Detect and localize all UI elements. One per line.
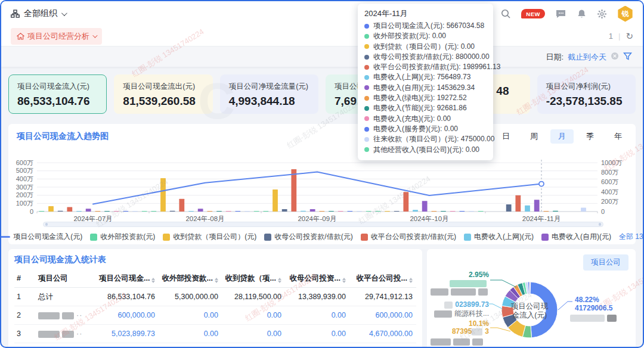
- legend-item-6[interactable]: 电费收入(自用)(元): [541, 232, 611, 242]
- svg-text:400万: 400万: [16, 175, 33, 182]
- table-cell-value[interactable]: 600,000.00: [348, 311, 415, 319]
- sort-icon[interactable]: [215, 278, 218, 283]
- table-cell-value: 86,533,104.76: [97, 293, 157, 301]
- donut-redacted-row-1: [431, 287, 490, 296]
- sort-down-icon: [151, 281, 155, 283]
- tab-label: 项目公司经营分析: [27, 31, 89, 42]
- table-cell-value[interactable]: 600,000.00: [97, 311, 157, 319]
- sort-up-icon: [278, 278, 281, 280]
- tooltip-text: 电费收入(节能)(元): 92681.86: [373, 103, 467, 113]
- search-icon[interactable]: [501, 9, 511, 19]
- sort-icon[interactable]: [278, 278, 281, 283]
- clear-date-icon[interactable]: [611, 52, 619, 62]
- org-selector[interactable]: 全部组织: [11, 8, 66, 19]
- legend-item-4[interactable]: 收平台公司投资款/借款(元): [361, 232, 456, 242]
- new-badge[interactable]: NEW: [521, 9, 545, 18]
- legend-item-1[interactable]: 收外部投资款(元): [90, 232, 155, 242]
- svg-text:200万: 200万: [601, 198, 618, 205]
- table-header-3[interactable]: 收外部投资款...: [157, 274, 221, 284]
- kpi-label: 项目公司净利润(元): [546, 82, 627, 92]
- period-tab-月[interactable]: 月: [550, 129, 574, 144]
- tooltip-row: 电费收入(上网)(元): 756489.73: [364, 72, 487, 82]
- kpi-cards-row: 项目公司现金流入(元)86,533,104.76项目公司现金流出(元)81,53…: [8, 74, 636, 114]
- table-cell-value[interactable]: 0.00: [157, 330, 221, 338]
- period-tab-季[interactable]: 季: [578, 129, 602, 144]
- tabbar: 项目公司经营分析 1 | ↻: [1, 26, 643, 46]
- org-label: 全部组织: [24, 8, 57, 19]
- donut-label-yellow-value: 873953: [432, 327, 489, 335]
- kpi-value: 81,539,260.58: [123, 95, 203, 108]
- tooltip-rows: 项目公司现金流入(元): 5667034.58收外部投资款(元): 0.00收到…: [364, 21, 487, 155]
- legend-label: 收平台公司投资款/借款(元): [371, 232, 456, 242]
- company-name-cell[interactable]: ··: [36, 311, 97, 319]
- table-row: 1总计86,533,104.765,300,000.0028,119,500.0…: [14, 288, 416, 306]
- donut-label-blue-pct: 48.22%: [575, 296, 599, 304]
- table-cell-value[interactable]: 0.00: [284, 330, 348, 338]
- sort-up-icon: [409, 278, 413, 280]
- series-dot: [364, 55, 369, 60]
- datazoom-slider[interactable]: [43, 222, 603, 227]
- company-name-cell[interactable]: ··: [36, 330, 97, 338]
- sort-down-icon: [342, 281, 346, 283]
- sort-icon[interactable]: [151, 278, 155, 283]
- svg-text:0: 0: [30, 208, 33, 215]
- period-tab-周[interactable]: 周: [522, 129, 546, 144]
- table-header-6[interactable]: 收平台公司投...: [348, 274, 415, 284]
- table-cell-value[interactable]: 0.00: [221, 330, 284, 338]
- table-header-2[interactable]: 项目公司现金...: [97, 274, 157, 284]
- tooltip-row: 收外部投资款(元): 0.00: [364, 31, 487, 41]
- redacted-name: [62, 331, 74, 338]
- table-cell-value[interactable]: 0.00: [157, 311, 221, 319]
- table-cell-value[interactable]: 0.00: [221, 311, 284, 319]
- tooltip-row: 项目公司现金流入(元): 5667034.58: [364, 21, 487, 31]
- refresh-icon[interactable]: ↻: [626, 31, 633, 42]
- svg-text:100万: 100万: [16, 200, 33, 207]
- table-cell-value[interactable]: 5,023,899.73: [97, 330, 157, 338]
- tab-project-analysis[interactable]: 项目公司经营分析: [11, 28, 102, 45]
- table-title: 项目公司现金流入统计表: [14, 254, 106, 264]
- period-tabs: 日周月季年: [494, 129, 630, 144]
- avatar[interactable]: 锐: [617, 6, 633, 22]
- table-cell-value: 29,741,912.13: [348, 293, 415, 301]
- legend-label: 项目公司现金流入(元): [13, 232, 82, 242]
- legend-item-3[interactable]: 收母公司投资款/借款(元): [264, 232, 352, 242]
- messages-icon[interactable]: [555, 9, 566, 19]
- table-header-4[interactable]: 收到贷款（项...: [221, 274, 284, 284]
- table-cell-value[interactable]: 0.00: [284, 311, 348, 319]
- svg-text:300万: 300万: [16, 184, 33, 191]
- sort-up-icon: [342, 278, 346, 280]
- filter-funnel-icon[interactable]: [623, 52, 632, 63]
- legend-label: 收到贷款（项目公司）(元): [173, 232, 256, 242]
- sort-icon[interactable]: [409, 278, 413, 283]
- sort-down-icon: [409, 281, 413, 283]
- kpi-card-6[interactable]: 项目公司净利润(元)-23,578,135.85: [537, 74, 636, 114]
- legend-item-line[interactable]: 项目公司现金流入(元): [1, 232, 82, 242]
- org-tree-icon: [11, 10, 20, 18]
- donut-label-lightblue-name: 能源科技...: [432, 309, 489, 319]
- topbar: 全部组织 档案中心 NEW 锐: [1, 1, 643, 26]
- period-tab-年[interactable]: 年: [606, 129, 630, 144]
- series-dot: [364, 85, 369, 90]
- legend-item-2[interactable]: 收到贷款（项目公司）(元): [163, 232, 256, 242]
- table-cell-value[interactable]: 4,670,000.00: [348, 330, 415, 338]
- legend-item-5[interactable]: 电费收入(上网)(元): [464, 232, 534, 242]
- legend-show-all-link[interactable]: 全部 13: [619, 232, 643, 242]
- period-tab-日[interactable]: 日: [494, 129, 518, 144]
- gear-icon[interactable]: [597, 9, 607, 19]
- legend-swatch: [90, 234, 97, 241]
- date-filter-row: 日期: 截止到今天: [1, 47, 643, 67]
- legend-label: 电费收入(上网)(元): [474, 232, 534, 242]
- bell-icon[interactable]: [577, 9, 587, 19]
- kpi-card-3[interactable]: 项目公司净现金流量(元)4,993,844.18: [220, 74, 318, 114]
- legend-label: 收外部投资款(元): [100, 232, 155, 242]
- date-value[interactable]: 截止到今天: [568, 52, 606, 63]
- table-header-5[interactable]: 收母公司投资...: [284, 274, 348, 284]
- donut-label-yellow-pct: 10.1%: [432, 319, 489, 328]
- tooltip-text: 收外部投资款(元): 0.00: [373, 31, 446, 41]
- sort-icon[interactable]: [342, 278, 346, 283]
- chart-legend: 项目公司现金流入(元)收外部投资款(元)收到贷款（项目公司）(元)收母公司投资款…: [8, 232, 636, 242]
- tab-chevron-icon: [92, 33, 97, 38]
- kpi-card-2[interactable]: 项目公司现金流出(元)81,539,260.58: [114, 74, 212, 114]
- donut-label-blue-value: 41729006.5: [575, 304, 612, 312]
- kpi-card-1[interactable]: 项目公司现金流入(元)86,533,104.76: [8, 74, 107, 114]
